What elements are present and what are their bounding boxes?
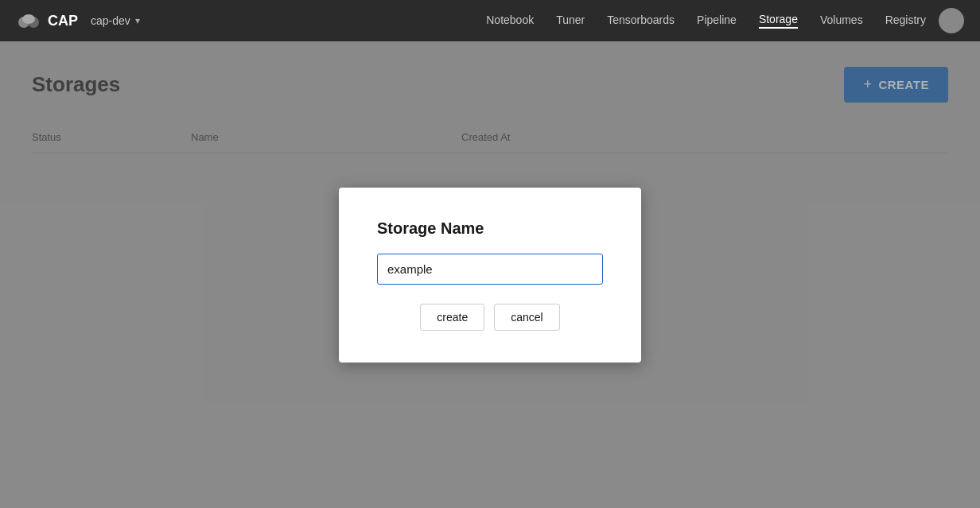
logo[interactable]: CAP: [16, 8, 78, 33]
logo-text: CAP: [48, 13, 78, 29]
main-content: Storages + CREATE Status Name Created At…: [0, 41, 980, 508]
navbar: CAP cap-dev ▾ Notebook Tuner Tensorboard…: [0, 0, 980, 41]
nav-storage[interactable]: Storage: [759, 13, 798, 29]
nav-registry[interactable]: Registry: [885, 14, 926, 28]
svg-point-2: [22, 14, 35, 24]
modal-cancel-button[interactable]: cancel: [494, 304, 559, 331]
nav-volumes[interactable]: Volumes: [820, 14, 863, 28]
user-avatar[interactable]: [939, 8, 964, 33]
storage-name-input[interactable]: [377, 254, 603, 285]
nav-pipeline[interactable]: Pipeline: [697, 14, 737, 28]
nav-tensorboards[interactable]: Tensorboards: [607, 14, 675, 28]
modal-overlay: Storage Name create cancel: [0, 41, 980, 508]
nav-notebook[interactable]: Notebook: [486, 14, 534, 28]
storage-name-modal: Storage Name create cancel: [339, 188, 641, 363]
cap-logo-icon: [16, 8, 41, 33]
nav-links: Notebook Tuner Tensorboards Pipeline Sto…: [486, 13, 926, 29]
modal-actions: create cancel: [377, 304, 603, 331]
modal-create-button[interactable]: create: [420, 304, 484, 331]
chevron-down-icon: ▾: [135, 15, 140, 26]
modal-title: Storage Name: [377, 219, 603, 238]
project-selector[interactable]: cap-dev ▾: [91, 14, 140, 27]
nav-tuner[interactable]: Tuner: [556, 14, 585, 28]
project-name: cap-dev: [91, 14, 130, 27]
